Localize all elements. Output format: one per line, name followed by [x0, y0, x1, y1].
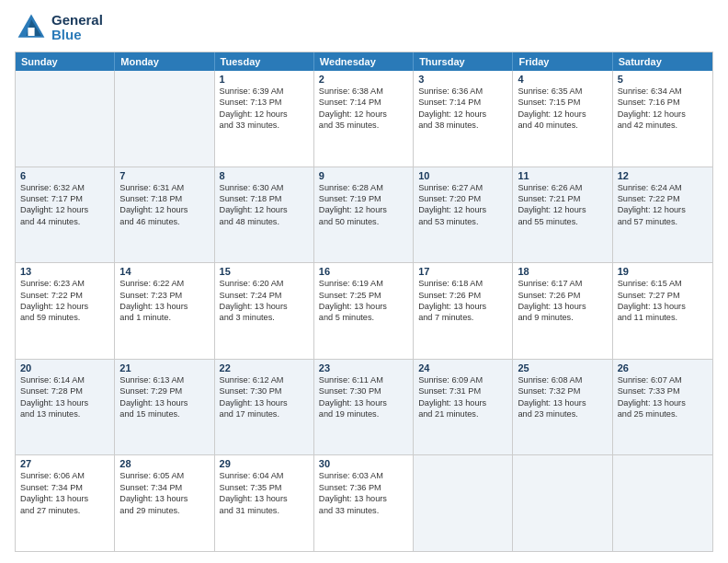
day-cell-10: 10Sunrise: 6:27 AM Sunset: 7:20 PM Dayli… — [414, 167, 513, 263]
day-cell-20: 20Sunrise: 6:14 AM Sunset: 7:28 PM Dayli… — [16, 360, 115, 455]
day-number: 18 — [518, 266, 607, 277]
day-cell-4: 4Sunrise: 6:35 AM Sunset: 7:15 PM Daylig… — [513, 71, 612, 167]
day-number: 23 — [319, 362, 408, 373]
day-cell-28: 28Sunrise: 6:05 AM Sunset: 7:34 PM Dayli… — [115, 455, 214, 551]
day-info: Sunrise: 6:13 AM Sunset: 7:29 PM Dayligh… — [119, 374, 209, 420]
calendar: SundayMondayTuesdayWednesdayThursdayFrid… — [15, 52, 713, 552]
logo: General Blue — [15, 11, 103, 44]
day-number: 9 — [319, 170, 408, 181]
day-cell-25: 25Sunrise: 6:08 AM Sunset: 7:32 PM Dayli… — [513, 360, 612, 455]
day-info: Sunrise: 6:34 AM Sunset: 7:16 PM Dayligh… — [618, 86, 708, 132]
day-info: Sunrise: 6:35 AM Sunset: 7:15 PM Dayligh… — [518, 86, 607, 132]
day-cell-17: 17Sunrise: 6:18 AM Sunset: 7:26 PM Dayli… — [414, 263, 513, 359]
day-number: 14 — [119, 266, 209, 277]
header-cell-monday: Monday — [115, 52, 214, 71]
day-number: 29 — [220, 458, 309, 469]
day-info: Sunrise: 6:14 AM Sunset: 7:28 PM Dayligh… — [20, 374, 109, 420]
day-cell-7: 7Sunrise: 6:31 AM Sunset: 7:18 PM Daylig… — [115, 167, 214, 263]
day-cell-21: 21Sunrise: 6:13 AM Sunset: 7:29 PM Dayli… — [115, 360, 214, 455]
day-number: 12 — [618, 170, 708, 181]
empty-cell — [414, 455, 513, 551]
day-number: 2 — [319, 74, 408, 85]
day-info: Sunrise: 6:19 AM Sunset: 7:25 PM Dayligh… — [319, 278, 408, 324]
day-number: 19 — [618, 266, 708, 277]
day-cell-15: 15Sunrise: 6:20 AM Sunset: 7:24 PM Dayli… — [215, 263, 314, 359]
day-info: Sunrise: 6:04 AM Sunset: 7:35 PM Dayligh… — [220, 470, 309, 516]
day-number: 21 — [119, 362, 209, 373]
calendar-row-2: 6Sunrise: 6:32 AM Sunset: 7:17 PM Daylig… — [16, 167, 712, 263]
day-info: Sunrise: 6:23 AM Sunset: 7:22 PM Dayligh… — [20, 278, 109, 324]
day-info: Sunrise: 6:03 AM Sunset: 7:36 PM Dayligh… — [319, 470, 408, 516]
day-info: Sunrise: 6:05 AM Sunset: 7:34 PM Dayligh… — [119, 470, 209, 516]
day-info: Sunrise: 6:36 AM Sunset: 7:14 PM Dayligh… — [418, 86, 507, 132]
header-cell-sunday: Sunday — [16, 52, 115, 71]
day-cell-2: 2Sunrise: 6:38 AM Sunset: 7:14 PM Daylig… — [314, 71, 414, 167]
day-info: Sunrise: 6:30 AM Sunset: 7:18 PM Dayligh… — [220, 182, 309, 228]
svg-rect-2 — [28, 28, 34, 36]
day-cell-18: 18Sunrise: 6:17 AM Sunset: 7:26 PM Dayli… — [513, 263, 612, 359]
empty-cell — [16, 71, 115, 167]
day-number: 26 — [618, 362, 708, 373]
day-cell-5: 5Sunrise: 6:34 AM Sunset: 7:16 PM Daylig… — [613, 71, 712, 167]
empty-cell — [115, 71, 214, 167]
day-cell-1: 1Sunrise: 6:39 AM Sunset: 7:13 PM Daylig… — [215, 71, 314, 167]
day-number: 24 — [418, 362, 507, 373]
day-info: Sunrise: 6:18 AM Sunset: 7:26 PM Dayligh… — [418, 278, 507, 324]
day-info: Sunrise: 6:07 AM Sunset: 7:33 PM Dayligh… — [618, 374, 708, 420]
day-cell-8: 8Sunrise: 6:30 AM Sunset: 7:18 PM Daylig… — [215, 167, 314, 263]
day-number: 11 — [518, 170, 607, 181]
day-info: Sunrise: 6:06 AM Sunset: 7:34 PM Dayligh… — [20, 470, 109, 516]
day-cell-12: 12Sunrise: 6:24 AM Sunset: 7:22 PM Dayli… — [613, 167, 712, 263]
day-info: Sunrise: 6:08 AM Sunset: 7:32 PM Dayligh… — [518, 374, 607, 420]
logo-text: General Blue — [51, 13, 103, 43]
day-cell-23: 23Sunrise: 6:11 AM Sunset: 7:30 PM Dayli… — [314, 360, 414, 455]
day-info: Sunrise: 6:22 AM Sunset: 7:23 PM Dayligh… — [119, 278, 209, 324]
day-cell-24: 24Sunrise: 6:09 AM Sunset: 7:31 PM Dayli… — [414, 360, 513, 455]
day-info: Sunrise: 6:17 AM Sunset: 7:26 PM Dayligh… — [518, 278, 607, 324]
day-number: 4 — [518, 74, 607, 85]
day-info: Sunrise: 6:15 AM Sunset: 7:27 PM Dayligh… — [618, 278, 708, 324]
day-info: Sunrise: 6:39 AM Sunset: 7:13 PM Dayligh… — [220, 86, 309, 132]
day-number: 20 — [20, 362, 109, 373]
day-info: Sunrise: 6:09 AM Sunset: 7:31 PM Dayligh… — [418, 374, 507, 420]
day-info: Sunrise: 6:27 AM Sunset: 7:20 PM Dayligh… — [418, 182, 507, 228]
page: General Blue SundayMondayTuesdayWednesda… — [0, 0, 728, 563]
day-number: 5 — [618, 74, 708, 85]
day-cell-13: 13Sunrise: 6:23 AM Sunset: 7:22 PM Dayli… — [16, 263, 115, 359]
day-number: 8 — [220, 170, 309, 181]
day-info: Sunrise: 6:31 AM Sunset: 7:18 PM Dayligh… — [119, 182, 209, 228]
day-info: Sunrise: 6:20 AM Sunset: 7:24 PM Dayligh… — [220, 278, 309, 324]
day-number: 1 — [220, 74, 309, 85]
day-info: Sunrise: 6:12 AM Sunset: 7:30 PM Dayligh… — [220, 374, 309, 420]
day-number: 10 — [418, 170, 507, 181]
day-cell-27: 27Sunrise: 6:06 AM Sunset: 7:34 PM Dayli… — [16, 455, 115, 551]
header-cell-tuesday: Tuesday — [215, 52, 314, 71]
day-number: 30 — [319, 458, 408, 469]
calendar-row-4: 20Sunrise: 6:14 AM Sunset: 7:28 PM Dayli… — [16, 359, 712, 455]
day-cell-9: 9Sunrise: 6:28 AM Sunset: 7:19 PM Daylig… — [314, 167, 414, 263]
day-info: Sunrise: 6:32 AM Sunset: 7:17 PM Dayligh… — [20, 182, 109, 228]
header-cell-thursday: Thursday — [414, 52, 513, 71]
day-info: Sunrise: 6:38 AM Sunset: 7:14 PM Dayligh… — [319, 86, 408, 132]
day-number: 27 — [20, 458, 109, 469]
day-number: 6 — [20, 170, 109, 181]
calendar-header: SundayMondayTuesdayWednesdayThursdayFrid… — [16, 52, 712, 71]
calendar-row-1: 1Sunrise: 6:39 AM Sunset: 7:13 PM Daylig… — [16, 71, 712, 167]
calendar-body: 1Sunrise: 6:39 AM Sunset: 7:13 PM Daylig… — [16, 71, 712, 551]
day-number: 16 — [319, 266, 408, 277]
day-info: Sunrise: 6:26 AM Sunset: 7:21 PM Dayligh… — [518, 182, 607, 228]
day-cell-11: 11Sunrise: 6:26 AM Sunset: 7:21 PM Dayli… — [513, 167, 612, 263]
header-cell-wednesday: Wednesday — [314, 52, 414, 71]
day-cell-30: 30Sunrise: 6:03 AM Sunset: 7:36 PM Dayli… — [314, 455, 414, 551]
calendar-row-3: 13Sunrise: 6:23 AM Sunset: 7:22 PM Dayli… — [16, 262, 712, 359]
day-number: 17 — [418, 266, 507, 277]
day-cell-19: 19Sunrise: 6:15 AM Sunset: 7:27 PM Dayli… — [613, 263, 712, 359]
day-number: 22 — [220, 362, 309, 373]
day-cell-3: 3Sunrise: 6:36 AM Sunset: 7:14 PM Daylig… — [414, 71, 513, 167]
day-number: 28 — [119, 458, 209, 469]
header-cell-saturday: Saturday — [613, 52, 712, 71]
day-number: 25 — [518, 362, 607, 373]
empty-cell — [613, 455, 712, 551]
day-cell-16: 16Sunrise: 6:19 AM Sunset: 7:25 PM Dayli… — [314, 263, 414, 359]
header: General Blue — [15, 11, 713, 44]
